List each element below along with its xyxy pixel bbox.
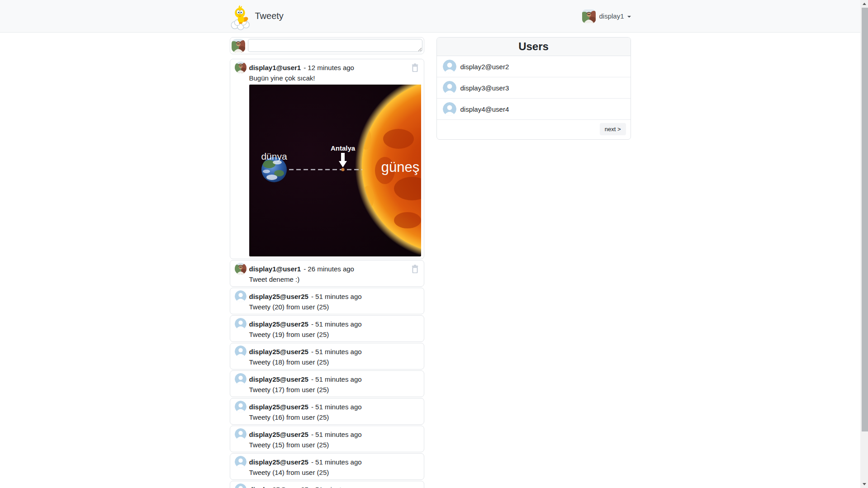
nav-user-avatar (582, 9, 596, 23)
tweet-author: display1@user1 (249, 265, 301, 273)
tweet-author-avatar (235, 263, 247, 275)
user-avatar (443, 81, 456, 95)
users-panel: Users display2@user2 display3@user3 disp… (436, 37, 631, 140)
delete-tweet-button[interactable] (411, 265, 419, 273)
user-list-item[interactable]: display3@user3 (437, 77, 631, 99)
compose-card (230, 37, 424, 54)
tweet-author-avatar (235, 401, 247, 412)
tweet-author-avatar (235, 456, 247, 468)
tweet-header: display25@user25 - 51 minutes ago (235, 318, 419, 330)
profile-photo (582, 9, 596, 23)
default-user-icon (235, 346, 247, 357)
meme-label-city: Antalya (330, 144, 355, 152)
tweet-author-avatar (235, 62, 247, 73)
scrollbar-thumb[interactable] (862, 8, 868, 431)
tweet-card: display25@user25 - 51 minutes ago Tweety… (230, 370, 424, 397)
users-pagination: next > (437, 120, 631, 139)
tweet-text: Tweety (18) from user (25) (249, 359, 419, 366)
tweet-timestamp: - 12 minutes ago (304, 64, 354, 71)
tweet-header: display25@user25 - 51 minutes ago (235, 428, 419, 440)
tweet-header: display25@user25 - 51 minutes ago (235, 401, 419, 412)
user-name: display2@user2 (460, 63, 509, 71)
tweet-text: Tweety (20) from user (25) (249, 303, 419, 311)
tweet-timestamp: - 51 minutes ago (311, 403, 362, 411)
tweet-author-avatar (235, 290, 247, 302)
tweet-card: display25@user25 - 51 minutes ago Tweety… (230, 315, 424, 342)
meme-label-sun: güneş (381, 159, 419, 175)
tweet-card: display25@user25 - 51 minutes ago Tweety… (230, 343, 424, 370)
tweet-card: display25@user25 - 51 minutes ago Tweety… (230, 426, 424, 452)
tweet-timestamp: - 51 minutes ago (311, 375, 362, 383)
scroll-down-button[interactable] (860, 480, 868, 488)
tweet-text: Tweety (19) from user (25) (249, 331, 419, 338)
user-avatar (443, 60, 456, 73)
compose-user-avatar (232, 39, 245, 52)
tweet-author-avatar (235, 318, 247, 330)
tweet-timestamp: - 51 minutes ago (311, 458, 362, 466)
default-user-icon (443, 81, 456, 95)
user-name: display4@user4 (460, 105, 509, 113)
tweety-logo-icon (230, 4, 251, 30)
tweet-header: display1@user1 - 26 minutes ago (235, 263, 419, 275)
tweet-author-avatar (235, 428, 247, 440)
users-panel-title: Users (437, 38, 631, 56)
tweet-text: Tweety (16) from user (25) (249, 414, 419, 421)
scroll-down-icon (863, 483, 866, 485)
compose-tweet-input[interactable] (248, 39, 422, 52)
tweet-feed: display1@user1 - 12 minutes ago Bugün yi… (230, 59, 424, 488)
user-list-item[interactable]: display2@user2 (437, 56, 631, 77)
scroll-up-icon (863, 3, 866, 5)
tweet-header: display25@user25 - 51 minutes ago (235, 483, 419, 488)
tweet-author: display25@user25 (249, 293, 308, 300)
scroll-up-button[interactable] (860, 0, 868, 8)
tweet-author: display25@user25 (249, 375, 308, 383)
brand-link[interactable]: Tweety (230, 2, 284, 30)
tweet-card: display25@user25 - 51 minutes ago Tweety… (230, 288, 424, 314)
default-user-icon (235, 290, 247, 302)
tweet-header: display25@user25 - 51 minutes ago (235, 290, 419, 302)
profile-photo (232, 39, 245, 52)
main-content: display1@user1 - 12 minutes ago Bugün yi… (230, 37, 631, 488)
default-user-icon (443, 60, 456, 73)
users-column: Users display2@user2 display3@user3 disp… (436, 37, 631, 140)
vertical-scrollbar[interactable] (860, 0, 868, 488)
user-list-item[interactable]: display4@user4 (437, 99, 631, 120)
user-menu-dropdown[interactable]: display1 (582, 9, 631, 23)
tweet-author: display25@user25 (249, 431, 308, 438)
default-user-icon (235, 401, 247, 412)
default-user-icon (235, 428, 247, 440)
tweet-header: display25@user25 - 51 minutes ago (235, 373, 419, 385)
profile-photo (235, 62, 247, 73)
tweet-author-avatar (235, 483, 247, 488)
tweet-text: Tweet deneme :) (249, 276, 419, 283)
tweet-header: display25@user25 - 51 minutes ago (235, 346, 419, 357)
tweet-text: Tweety (14) from user (25) (249, 469, 419, 476)
next-page-button[interactable]: next > (600, 123, 626, 135)
chevron-down-icon (627, 16, 631, 18)
tweet-author: display25@user25 (249, 486, 308, 488)
tweet-author: display25@user25 (249, 320, 308, 328)
tweet-author: display25@user25 (249, 458, 308, 466)
tweet-author: display25@user25 (249, 348, 308, 355)
tweet-author-avatar (235, 346, 247, 357)
tweet-card: display25@user25 - 51 minutes ago (230, 481, 424, 488)
users-list: display2@user2 display3@user3 display4@u… (437, 56, 631, 120)
meme-label-earth: dünya (261, 151, 287, 161)
delete-tweet-button[interactable] (411, 63, 419, 72)
user-avatar (443, 102, 456, 116)
tweet-timestamp: - 26 minutes ago (304, 265, 354, 273)
tweet-author-avatar (235, 373, 247, 385)
tweet-timestamp: - 51 minutes ago (311, 486, 362, 488)
tweet-card: display25@user25 - 51 minutes ago Tweety… (230, 398, 424, 425)
profile-photo (235, 263, 247, 275)
tweet-timestamp: - 51 minutes ago (311, 348, 362, 355)
user-name: display3@user3 (460, 84, 509, 92)
brand-name: Tweety (255, 11, 284, 21)
tweet-header: display1@user1 - 12 minutes ago (235, 62, 419, 73)
tweet-text: Tweety (17) from user (25) (249, 386, 419, 393)
default-user-icon (235, 456, 247, 468)
feed-column: display1@user1 - 12 minutes ago Bugün yi… (230, 37, 424, 488)
tweet-timestamp: - 51 minutes ago (311, 320, 362, 328)
tweet-author: display1@user1 (249, 64, 301, 71)
tweet-header: display25@user25 - 51 minutes ago (235, 456, 419, 468)
